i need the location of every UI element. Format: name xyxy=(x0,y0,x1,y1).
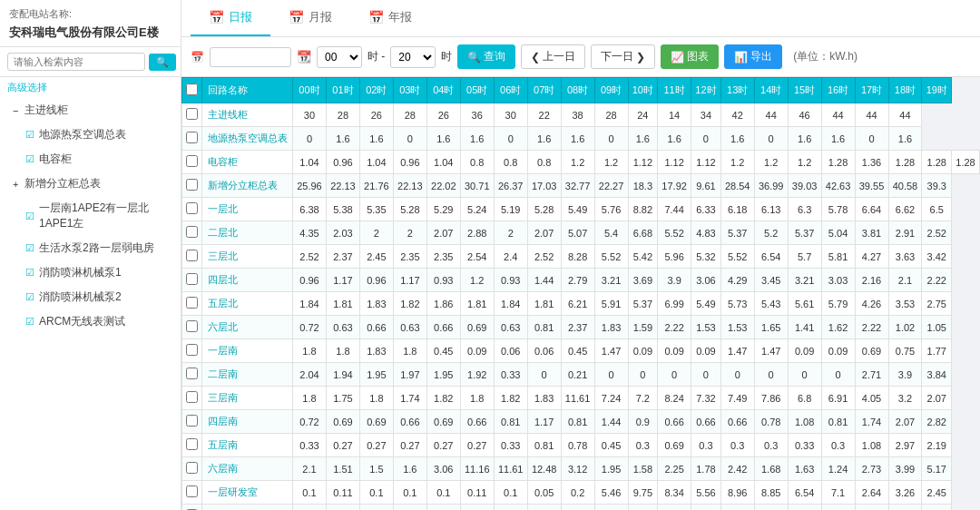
row-6-checkbox-cell[interactable] xyxy=(182,245,202,269)
row-4-val-15: 6.3 xyxy=(788,198,821,221)
row-10-val-7: 0.06 xyxy=(527,339,561,363)
chart-button[interactable]: 📈 图表 xyxy=(661,44,719,69)
row-9-val-17: 2.22 xyxy=(855,316,888,339)
prev-day-button[interactable]: ❮ 上一日 xyxy=(521,44,585,69)
tab-monthly[interactable]: 📅月报 xyxy=(270,0,350,36)
table-body: 主进线柜302826282636302238282414344244464444… xyxy=(182,103,980,511)
sidebar-item-new-sub[interactable]: +新增分立柜总表 xyxy=(0,172,181,196)
row-7-checkbox-cell[interactable] xyxy=(182,269,202,292)
row-checkbox-7[interactable] xyxy=(186,273,198,285)
row-2-val-8: 1.2 xyxy=(561,151,594,174)
tab-bar: 📅日报📅月报📅年报 xyxy=(181,0,980,37)
tab-yearly[interactable]: 📅年报 xyxy=(350,0,430,36)
row-0-val-16: 44 xyxy=(821,103,855,127)
row-3-val-16: 42.63 xyxy=(821,174,855,198)
row-4-val-2: 5.35 xyxy=(359,198,393,221)
row-14-checkbox-cell[interactable] xyxy=(182,434,202,457)
row-7-val-1: 1.17 xyxy=(326,269,359,292)
row-checkbox-14[interactable] xyxy=(186,438,198,450)
row-0-val-4: 26 xyxy=(426,103,460,127)
query-button[interactable]: 🔍 查询 xyxy=(457,44,515,69)
row-2-checkbox-cell[interactable] xyxy=(182,151,202,174)
row-0-val-3: 28 xyxy=(393,103,426,127)
row-12-val-18: 3.2 xyxy=(888,387,922,410)
table-row: 一层北6.385.385.355.285.295.245.195.285.495… xyxy=(182,198,980,221)
row-17-name: 一层研发室 xyxy=(202,505,293,511)
row-12-name: 三层南 xyxy=(202,387,293,410)
sidebar-item-main-busbar[interactable]: −主进线柜 xyxy=(0,98,181,123)
advanced-label[interactable]: 高级选择 xyxy=(7,81,47,94)
row-checkbox-16[interactable] xyxy=(186,485,198,497)
row-8-val-7: 1.81 xyxy=(527,292,561,316)
row-15-checkbox-cell[interactable] xyxy=(182,457,202,481)
row-checkbox-10[interactable] xyxy=(186,344,198,356)
sidebar-item-fire-pump1[interactable]: ☑消防喷淋机械泵1 xyxy=(0,260,181,285)
row-0-checkbox-cell[interactable] xyxy=(182,103,202,127)
row-1-checkbox-cell[interactable] xyxy=(182,127,202,151)
sidebar-item-arcm-test[interactable]: ☑ARCM无线表测试 xyxy=(0,309,181,334)
table-row: 四层北0.961.170.961.170.931.20.931.442.793.… xyxy=(182,269,980,292)
row-5-checkbox-cell[interactable] xyxy=(182,221,202,245)
search-button[interactable]: 🔍 xyxy=(149,54,176,71)
sidebar-item-fire-pump2[interactable]: ☑消防喷淋机械泵2 xyxy=(0,285,181,309)
hour-end-select[interactable]: 20212223 xyxy=(390,46,436,68)
row-checkbox-15[interactable] xyxy=(186,462,198,474)
row-checkbox-8[interactable] xyxy=(186,297,198,309)
row-checkbox-6[interactable] xyxy=(186,250,198,261)
header-checkbox[interactable] xyxy=(182,78,202,103)
row-14-val-0: 0.33 xyxy=(293,434,327,457)
row-11-checkbox-cell[interactable] xyxy=(182,363,202,387)
row-14-val-19: 2.19 xyxy=(922,434,952,457)
search-icon: 🔍 xyxy=(467,51,481,64)
row-6-val-18: 3.63 xyxy=(888,245,922,269)
sidebar-item-water-pump[interactable]: ☑生活水泵2路一层弱电房 xyxy=(0,236,181,260)
tree-item-label: 消防喷淋机械泵2 xyxy=(39,289,122,305)
export-button[interactable]: 📊 导出 xyxy=(724,44,782,69)
row-checkbox-0[interactable] xyxy=(186,108,198,120)
row-13-checkbox-cell[interactable] xyxy=(182,410,202,434)
row-9-checkbox-cell[interactable] xyxy=(182,316,202,339)
row-8-val-12: 5.49 xyxy=(691,292,721,316)
row-checkbox-11[interactable] xyxy=(186,368,198,379)
row-16-val-9: 5.46 xyxy=(594,481,628,505)
row-checkbox-12[interactable] xyxy=(186,391,198,403)
row-17-checkbox-cell[interactable] xyxy=(182,505,202,511)
row-checkbox-1[interactable] xyxy=(186,132,198,143)
row-15-val-13: 2.42 xyxy=(720,457,754,481)
calendar-icon[interactable]: 📆 xyxy=(297,50,311,64)
row-11-val-18: 3.9 xyxy=(888,363,922,387)
row-10-checkbox-cell[interactable] xyxy=(182,339,202,363)
check-icon: ☑ xyxy=(25,291,34,303)
row-16-val-7: 0.05 xyxy=(527,481,561,505)
row-16-val-3: 0.1 xyxy=(393,481,426,505)
sidebar-item-ground-heat1[interactable]: ☑地源热泵空调总表 xyxy=(0,123,181,147)
select-all-checkbox[interactable] xyxy=(186,83,198,95)
row-6-val-14: 6.54 xyxy=(754,245,788,269)
row-checkbox-5[interactable] xyxy=(186,226,198,238)
row-16-checkbox-cell[interactable] xyxy=(182,481,202,505)
row-13-val-16: 0.81 xyxy=(821,410,855,434)
row-checkbox-9[interactable] xyxy=(186,320,198,332)
row-3-name: 新增分立柜总表 xyxy=(202,174,293,198)
sidebar-item-1f-1ape[interactable]: ☑一层南1APE2有一层北1APE1左 xyxy=(0,196,181,236)
row-7-val-10: 3.69 xyxy=(628,269,658,292)
row-checkbox-13[interactable] xyxy=(186,415,198,427)
row-9-val-15: 1.41 xyxy=(788,316,821,339)
row-2-val-12: 1.12 xyxy=(691,151,721,174)
row-8-checkbox-cell[interactable] xyxy=(182,292,202,316)
row-checkbox-3[interactable] xyxy=(186,179,198,191)
row-4-checkbox-cell[interactable] xyxy=(182,198,202,221)
row-9-val-9: 1.83 xyxy=(594,316,628,339)
hour-start-select[interactable]: 00010203 xyxy=(317,46,362,68)
row-3-checkbox-cell[interactable] xyxy=(182,174,202,198)
row-checkbox-2[interactable] xyxy=(186,155,198,167)
sidebar-item-electric-cabinet[interactable]: ☑电容柜 xyxy=(0,147,181,172)
date-input[interactable]: 2020-04-02 xyxy=(210,47,291,67)
row-12-val-16: 6.91 xyxy=(821,387,855,410)
search-input[interactable] xyxy=(7,53,145,71)
next-day-button[interactable]: 下一日 ❯ xyxy=(591,44,655,69)
row-12-checkbox-cell[interactable] xyxy=(182,387,202,410)
row-checkbox-4[interactable] xyxy=(186,202,198,214)
row-1-val-8: 1.6 xyxy=(561,127,594,151)
tab-daily[interactable]: 📅日报 xyxy=(191,0,270,36)
